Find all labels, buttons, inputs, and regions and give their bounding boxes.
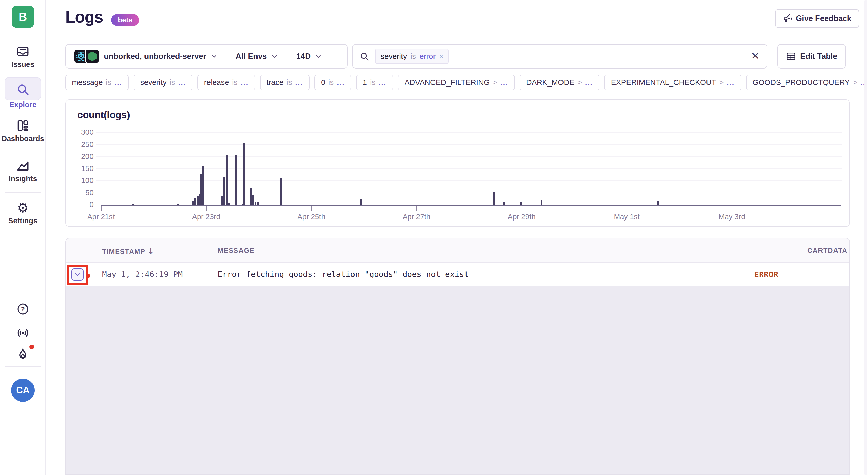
filter-chip[interactable]: EXPERIMENTAL_CHECKOUT>... xyxy=(604,75,741,90)
column-header-message[interactable]: MESSAGE xyxy=(218,247,255,255)
y-axis-tick-label: 250 xyxy=(71,140,94,149)
chart-bar xyxy=(177,204,179,205)
gridline xyxy=(96,180,842,181)
chart-bar xyxy=(280,178,282,205)
x-axis-tick-label: May 3rd xyxy=(704,213,760,221)
sidebar-item-dashboards[interactable]: Dashboards xyxy=(0,119,46,143)
user-avatar[interactable]: CA xyxy=(11,379,34,402)
filter-chip[interactable]: DARK_MODE>... xyxy=(520,75,599,90)
token-key: severity xyxy=(381,52,407,61)
table-row[interactable]: May 1, 2:46:19 PM Error fetching goods: … xyxy=(66,263,849,286)
column-header-timestamp[interactable]: TIMESTAMP ↓ xyxy=(102,247,154,256)
filter-chip[interactable]: 0is... xyxy=(314,75,351,90)
clear-search-icon[interactable]: ✕ xyxy=(750,51,760,61)
sidebar-divider xyxy=(5,192,41,193)
page-filter-bar: unborked, unborked-server All Envs 14D xyxy=(65,44,348,69)
search-icon xyxy=(359,51,370,61)
token-value: error xyxy=(420,52,436,61)
sidebar-item-label: Explore xyxy=(0,100,46,109)
x-axis-tick-label: Apr 25th xyxy=(283,213,339,221)
severity-cell: ERROR xyxy=(754,270,778,279)
gridline xyxy=(96,193,842,193)
search-explore-icon xyxy=(16,83,30,96)
sidebar-item-insights[interactable]: Insights xyxy=(0,159,46,183)
quick-filter-chips-row: messageis...severityis...releaseis...tra… xyxy=(65,75,868,91)
environment-selector[interactable]: All Envs xyxy=(226,45,287,68)
x-axis-tick xyxy=(732,206,733,211)
filter-chip[interactable]: GOODS_PRODUCTQUERY>... xyxy=(746,75,868,90)
node-platform-icon xyxy=(86,50,99,63)
search-bar[interactable]: severity is error × ✕ xyxy=(352,44,768,69)
help-icon[interactable]: ? xyxy=(16,302,29,316)
date-range-label: 14D xyxy=(296,52,311,61)
dashboards-icon xyxy=(16,119,30,132)
sidebar-item-label: Insights xyxy=(0,175,46,183)
org-logo[interactable]: B xyxy=(12,6,34,28)
megaphone-icon xyxy=(783,14,792,23)
sidebar: B Issues Explore Dashboards Insights ⚙ S… xyxy=(0,0,46,475)
x-axis-tick xyxy=(416,206,417,211)
edit-table-label: Edit Table xyxy=(800,52,837,61)
chart-bar xyxy=(252,195,254,205)
sidebar-item-label: Issues xyxy=(0,60,46,69)
annotation-box xyxy=(66,265,88,285)
date-range-selector[interactable]: 14D xyxy=(287,45,331,68)
y-axis-tick-label: 200 xyxy=(71,152,94,161)
sidebar-item-settings[interactable]: ⚙ Settings xyxy=(0,201,46,225)
broadcast-icon[interactable] xyxy=(16,326,29,340)
page-scrollbar[interactable] xyxy=(864,0,867,475)
edit-table-button[interactable]: Edit Table xyxy=(777,44,846,69)
chart-bar xyxy=(520,202,522,205)
column-header-cartdata[interactable]: CARTDATA xyxy=(807,247,847,255)
give-feedback-button[interactable]: Give Feedback xyxy=(775,9,859,28)
filter-chip[interactable]: traceis... xyxy=(260,75,310,90)
chart-bar xyxy=(221,196,223,205)
chart-bar xyxy=(250,188,252,205)
sidebar-item-issues[interactable]: Issues xyxy=(0,45,46,69)
x-axis-tick-label: Apr 21st xyxy=(73,213,129,221)
filter-chip[interactable]: messageis... xyxy=(65,75,129,90)
token-remove-icon[interactable]: × xyxy=(439,53,443,60)
y-axis-tick-label: 100 xyxy=(71,176,94,185)
chevron-down-icon xyxy=(315,53,322,60)
chart-bar xyxy=(194,198,196,205)
beta-badge: beta xyxy=(111,14,139,26)
chart-bar xyxy=(657,201,659,205)
filter-chip[interactable]: ADVANCED_FILTERING>... xyxy=(398,75,515,90)
search-filter-token[interactable]: severity is error × xyxy=(375,49,449,64)
gridline xyxy=(96,156,842,157)
chart-bar xyxy=(235,155,237,205)
chevron-down-icon xyxy=(210,53,218,60)
notification-dot xyxy=(29,345,34,349)
environment-label: All Envs xyxy=(236,52,267,61)
y-axis-tick-label: 300 xyxy=(71,128,94,137)
sort-desc-icon: ↓ xyxy=(148,247,154,256)
chevron-down-icon xyxy=(271,53,278,60)
gridline xyxy=(96,144,842,145)
insights-icon xyxy=(16,159,30,173)
y-axis-tick-label: 0 xyxy=(71,200,94,209)
timestamp-cell: May 1, 2:46:19 PM xyxy=(102,269,183,279)
project-selector[interactable]: unborked, unborked-server xyxy=(66,45,226,68)
filter-chip[interactable]: 1is... xyxy=(356,75,393,90)
filter-chip[interactable]: releaseis... xyxy=(197,75,255,90)
chart-title: count(logs) xyxy=(78,110,130,121)
logs-chart-card: count(logs) 050100150200250300Apr 21stAp… xyxy=(65,99,850,227)
y-axis-tick-label: 150 xyxy=(71,164,94,173)
filter-chip[interactable]: severityis... xyxy=(133,75,192,90)
message-cell: Error fetching goods: relation "goods" d… xyxy=(218,269,469,279)
x-axis-tick xyxy=(522,206,522,211)
logs-table: TIMESTAMP ↓ MESSAGE CARTDATA SEVERITY Ma… xyxy=(65,238,850,475)
gridline xyxy=(96,168,842,169)
x-axis-tick-label: Apr 23rd xyxy=(178,213,234,221)
chart-bar xyxy=(132,204,134,205)
x-axis-line xyxy=(101,205,841,206)
chart-bar xyxy=(228,203,230,205)
chart-bar xyxy=(197,196,198,205)
x-axis-tick xyxy=(101,206,101,211)
chart-bar xyxy=(360,199,362,205)
issues-icon xyxy=(16,45,30,58)
whats-new-fire-icon[interactable] xyxy=(16,348,29,361)
sidebar-item-explore[interactable]: Explore xyxy=(0,83,46,109)
chart-bar xyxy=(192,201,194,205)
